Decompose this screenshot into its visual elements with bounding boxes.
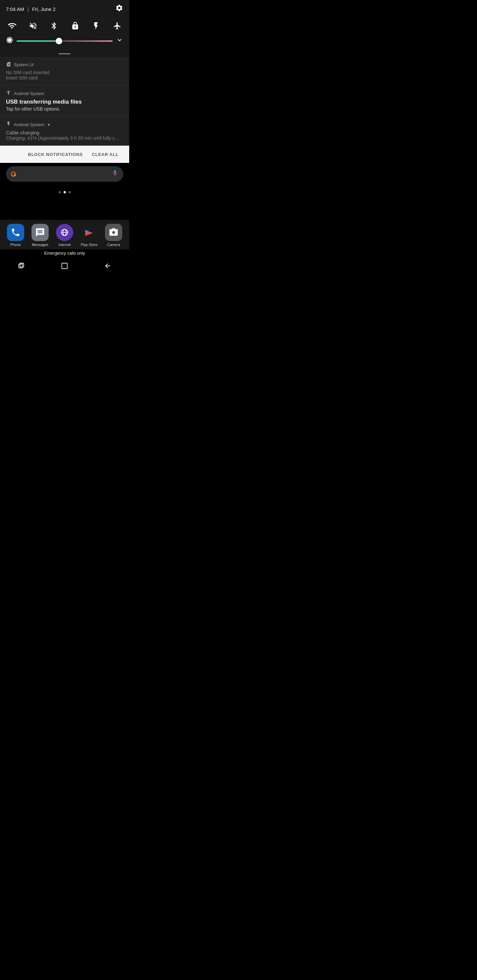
- home-button[interactable]: [54, 260, 75, 274]
- settings-icon[interactable]: [115, 4, 123, 14]
- page-dot-3: [69, 191, 71, 193]
- notif-usb-title: USB transferring media files: [6, 99, 123, 105]
- dock-app-internet[interactable]: Internet: [56, 224, 73, 247]
- brightness-icon: [6, 37, 13, 45]
- svg-rect-7: [20, 263, 24, 267]
- clear-all-button[interactable]: CLEAR ALL: [88, 149, 123, 160]
- dock-label-internet: Internet: [58, 243, 70, 247]
- dock-app-messages[interactable]: Messages: [32, 224, 49, 247]
- google-search-bar[interactable]: G: [6, 166, 123, 182]
- brightness-row: [6, 37, 123, 45]
- recents-button[interactable]: [11, 260, 32, 274]
- page-indicators: [0, 185, 129, 220]
- brightness-track: [17, 40, 113, 42]
- dock-label-phone: Phone: [10, 243, 21, 247]
- bluetooth-icon[interactable]: [48, 20, 60, 32]
- notifications-panel: System UI No SIM card inserted Insert SI…: [0, 57, 129, 163]
- notif-sim-title: No SIM card inserted: [6, 70, 123, 75]
- notif-usb-appname: Android System: [14, 91, 45, 96]
- dock-label-messages: Messages: [32, 243, 48, 247]
- notif-sim-appname: System UI: [14, 62, 34, 67]
- google-logo: G: [11, 170, 16, 178]
- internet-icon: [56, 224, 73, 241]
- voice-search-icon[interactable]: [111, 170, 119, 178]
- brightness-slider[interactable]: [17, 37, 113, 45]
- playstore-icon: [80, 224, 98, 241]
- status-time-date: 7:04 AM | Fri, June 2: [6, 6, 56, 12]
- status-time: 7:04 AM: [6, 6, 24, 12]
- handle-bar: [0, 51, 129, 57]
- notif-charging-title: Cable charging: [6, 130, 123, 135]
- app-dock: Phone Messages Internet: [0, 220, 129, 249]
- quick-settings-panel: [0, 17, 129, 51]
- notif-charging-text: Charging: 41% (Approximately 3 h 30 min …: [6, 135, 123, 141]
- notif-charging-header: Android System ▾: [6, 121, 123, 128]
- notification-sim[interactable]: System UI No SIM card inserted Insert SI…: [0, 57, 129, 86]
- brightness-expand-icon[interactable]: [116, 37, 123, 45]
- status-divider: |: [27, 6, 29, 12]
- emergency-text: Emergency calls only: [0, 249, 129, 257]
- sysui-icon: [6, 62, 11, 68]
- wifi-icon[interactable]: [6, 20, 18, 32]
- quick-settings-icons: [6, 20, 123, 32]
- svg-rect-6: [19, 264, 22, 268]
- dock-app-playstore[interactable]: Play Store: [80, 224, 98, 247]
- svg-rect-8: [62, 263, 68, 269]
- dock-label-camera: Camera: [107, 243, 120, 247]
- handle-bar-indicator: [59, 53, 70, 54]
- messages-icon: [32, 224, 49, 241]
- dock-app-phone[interactable]: Phone: [7, 224, 24, 247]
- screen-lock-icon[interactable]: [69, 20, 81, 32]
- navigation-bar: [0, 257, 129, 279]
- camera-icon: [105, 224, 122, 241]
- airplane-mode-icon[interactable]: [111, 20, 123, 32]
- notif-charging-appname: Android System: [14, 122, 45, 127]
- notif-charging-chevron[interactable]: ▾: [48, 122, 50, 127]
- notif-sim-header: System UI: [6, 62, 123, 68]
- back-button[interactable]: [97, 260, 118, 274]
- notif-usb-text: Tap for other USB options.: [6, 106, 123, 111]
- block-notifications-button[interactable]: BLOCK NOTIFICATIONS: [23, 149, 87, 160]
- dock-label-playstore: Play Store: [81, 243, 98, 247]
- status-bar: 7:04 AM | Fri, June 2: [0, 0, 129, 17]
- status-date: Fri, June 2: [32, 6, 56, 12]
- notification-action-bar: BLOCK NOTIFICATIONS CLEAR ALL: [0, 146, 129, 163]
- notif-usb-header: Android System: [6, 90, 123, 97]
- page-dot-1: [59, 191, 61, 193]
- flashlight-icon[interactable]: [90, 20, 102, 32]
- charge-icon: [6, 121, 11, 128]
- notification-charging[interactable]: Android System ▾ Cable charging Charging…: [0, 116, 129, 146]
- usb-icon: [6, 90, 11, 97]
- brightness-thumb: [56, 38, 62, 45]
- dock-app-camera[interactable]: Camera: [105, 224, 122, 247]
- notif-sim-text: Insert SIM card.: [6, 75, 123, 80]
- notification-usb[interactable]: Android System USB transferring media fi…: [0, 86, 129, 116]
- phone-icon: [7, 224, 24, 241]
- home-section: G: [0, 163, 129, 185]
- search-input[interactable]: [19, 170, 108, 178]
- page-dot-2: [64, 191, 66, 193]
- mute-icon[interactable]: [27, 20, 39, 32]
